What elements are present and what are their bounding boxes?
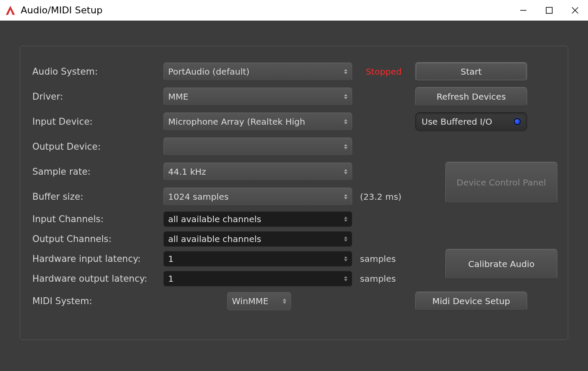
midi-system-value: WinMME — [232, 296, 269, 306]
use-buffered-io-label: Use Buffered I/O — [422, 116, 492, 127]
updown-icon — [341, 194, 347, 199]
input-channels-value: all available channels — [168, 214, 261, 224]
updown-icon — [341, 256, 347, 261]
close-button[interactable] — [562, 0, 588, 21]
refresh-devices-button[interactable]: Refresh Devices — [415, 87, 527, 106]
input-device-value: Microphone Array (Realtek High — [168, 116, 305, 127]
start-button[interactable]: Start — [415, 62, 527, 81]
audio-system-value: PortAudio (default) — [168, 66, 250, 77]
label-hw-input-latency: Hardware input latency: — [31, 254, 160, 264]
calibrate-audio-button[interactable]: Calibrate Audio — [445, 249, 557, 279]
output-channels-value: all available channels — [168, 234, 261, 244]
hw-input-latency-value: 1 — [168, 254, 174, 264]
label-input-device: Input Device: — [31, 116, 160, 127]
window-title: Audio/MIDI Setup — [21, 5, 103, 16]
buffer-size-value: 1024 samples — [168, 192, 228, 202]
updown-icon — [341, 119, 347, 124]
updown-icon — [341, 94, 347, 99]
sample-rate-select[interactable]: 44.1 kHz — [163, 163, 352, 181]
label-audio-system: Audio System: — [31, 66, 160, 77]
label-midi-system: MIDI System: — [31, 296, 160, 306]
updown-icon — [341, 169, 347, 174]
settings-group: Audio System: PortAudio (default) Stoppe… — [20, 46, 568, 340]
label-output-device: Output Device: — [31, 141, 160, 152]
hw-output-latency-field[interactable]: 1 — [163, 271, 352, 286]
radio-on-icon — [514, 118, 521, 125]
buffer-ms: (23.2 ms) — [356, 192, 412, 202]
label-input-channels: Input Channels: — [31, 214, 160, 224]
driver-value: MME — [168, 91, 188, 102]
output-channels-field[interactable]: all available channels — [163, 231, 352, 247]
midi-system-select[interactable]: WinMME — [227, 292, 291, 310]
device-control-panel-button[interactable]: Device Control Panel — [445, 162, 557, 203]
label-sample-rate: Sample rate: — [31, 167, 160, 177]
updown-icon — [341, 69, 347, 74]
app-icon — [4, 4, 16, 16]
output-device-select[interactable] — [163, 138, 352, 156]
hw-output-latency-value: 1 — [168, 274, 174, 284]
updown-icon — [341, 217, 347, 222]
audio-system-select[interactable]: PortAudio (default) — [163, 63, 352, 81]
sample-rate-value: 44.1 kHz — [168, 167, 206, 177]
label-output-channels: Output Channels: — [31, 234, 160, 244]
maximize-button[interactable] — [536, 0, 562, 21]
updown-icon — [341, 276, 347, 281]
svg-rect-1 — [546, 7, 552, 13]
minimize-button[interactable] — [510, 0, 536, 21]
updown-icon — [280, 299, 286, 304]
buffer-size-select[interactable]: 1024 samples — [163, 188, 352, 206]
hw-input-latency-field[interactable]: 1 — [163, 251, 352, 267]
label-driver: Driver: — [31, 91, 160, 102]
driver-select[interactable]: MME — [163, 88, 352, 106]
titlebar: Audio/MIDI Setup — [0, 0, 588, 21]
midi-device-setup-button[interactable]: Midi Device Setup — [415, 292, 527, 311]
input-channels-field[interactable]: all available channels — [163, 211, 352, 227]
label-buffer-size: Buffer size: — [31, 192, 160, 202]
updown-icon — [341, 236, 347, 242]
use-buffered-io-toggle[interactable]: Use Buffered I/O — [415, 112, 527, 131]
latency-unit-2: samples — [356, 274, 412, 284]
label-hw-output-latency: Hardware output latency: — [31, 274, 160, 284]
input-device-select[interactable]: Microphone Array (Realtek High — [163, 113, 352, 131]
engine-status: Stopped — [356, 66, 412, 77]
latency-unit-1: samples — [356, 254, 412, 264]
updown-icon — [341, 144, 347, 149]
